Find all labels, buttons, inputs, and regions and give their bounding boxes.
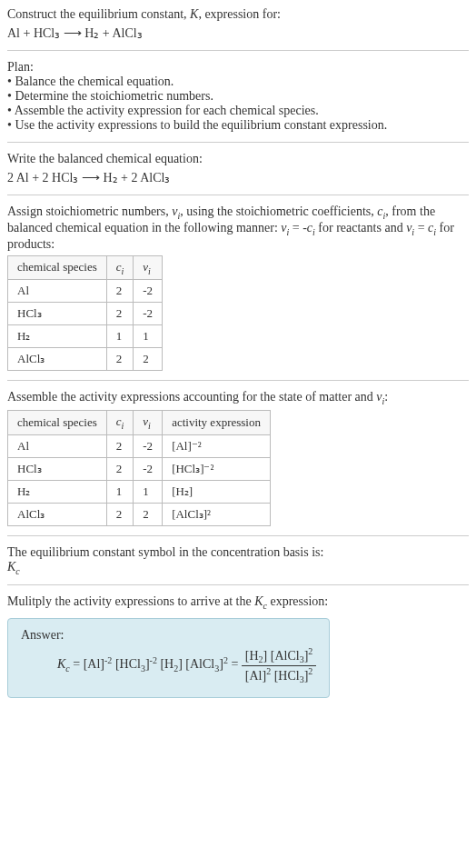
table-cell: 2 xyxy=(106,434,134,457)
table-header: chemical species xyxy=(8,410,107,434)
symbol-value: Kc xyxy=(7,560,469,576)
table-cell: AlCl₃ xyxy=(8,348,107,371)
balanced-equation: 2 Al + 2 HCl₃ ⟶ H₂ + 2 AlCl₃ xyxy=(7,170,469,185)
divider xyxy=(7,50,469,51)
table-cell: Al xyxy=(8,280,107,303)
table-cell: 1 xyxy=(106,480,134,503)
table-cell: 1 xyxy=(106,325,134,348)
table-header: νi xyxy=(134,410,163,434)
table-header-row: chemical species ci νi xyxy=(8,255,163,280)
divider xyxy=(7,195,469,195)
divider xyxy=(7,535,469,536)
table-row: HCl₃ 2 -2 [HCl₃]⁻² xyxy=(8,457,271,480)
plan-bullet-2: • Determine the stoichiometric numbers. xyxy=(7,89,469,104)
table-cell: 2 xyxy=(106,280,134,303)
balanced-header: Write the balanced chemical equation: xyxy=(7,152,469,166)
divider xyxy=(7,584,469,585)
plan-section: Plan: • Balance the chemical equation. •… xyxy=(7,60,469,133)
table-header: activity expression xyxy=(163,410,271,434)
table-row: Al 2 -2 xyxy=(8,280,163,303)
table-header-row: chemical species ci νi activity expressi… xyxy=(8,410,271,434)
table-row: HCl₃ 2 -2 xyxy=(8,303,163,325)
table-cell: 2 xyxy=(106,348,134,371)
intro-line1: Construct the equilibrium constant, K, e… xyxy=(7,7,469,22)
answer-expression: Kc = [Al]-2 [HCl3]-2 [H2] [AlCl3]2 = [H2… xyxy=(57,646,316,684)
plan-bullet-1: • Balance the chemical equation. xyxy=(7,75,469,89)
assign-text: Assign stoichiometric numbers, νi, using… xyxy=(7,205,469,252)
table-cell: AlCl₃ xyxy=(8,503,107,525)
intro-section: Construct the equilibrium constant, K, e… xyxy=(7,7,469,41)
table-cell: -2 xyxy=(134,457,163,480)
table-row: H₂ 1 1 xyxy=(8,325,163,348)
table-cell: -2 xyxy=(134,280,163,303)
divider xyxy=(7,142,469,143)
table-cell: -2 xyxy=(134,303,163,325)
table-header: νi xyxy=(134,255,163,280)
symbol-section: The equilibrium constant symbol in the c… xyxy=(7,545,469,576)
activity-table: chemical species ci νi activity expressi… xyxy=(7,410,271,526)
intro-equation: Al + HCl₃ ⟶ H₂ + AlCl₃ xyxy=(7,25,469,41)
fraction-numerator: [H2] [AlCl3]2 xyxy=(242,646,317,665)
table-cell: 1 xyxy=(134,480,163,503)
table-cell: -2 xyxy=(134,434,163,457)
table-row: H₂ 1 1 [H₂] xyxy=(8,480,271,503)
table-row: AlCl₃ 2 2 xyxy=(8,348,163,371)
balanced-section: Write the balanced chemical equation: 2 … xyxy=(7,152,469,185)
table-cell: [HCl₃]⁻² xyxy=(163,457,271,480)
table-cell: Al xyxy=(8,434,107,457)
symbol-text: The equilibrium constant symbol in the c… xyxy=(7,545,469,560)
table-row: Al 2 -2 [Al]⁻² xyxy=(8,434,271,457)
table-cell: 2 xyxy=(134,503,163,525)
table-cell: HCl₃ xyxy=(8,303,107,325)
answer-label: Answer: xyxy=(21,628,316,643)
assemble-section: Assemble the activity expressions accoun… xyxy=(7,390,469,525)
table-cell: HCl₃ xyxy=(8,457,107,480)
fraction-denominator: [Al]2 [HCl3]2 xyxy=(242,666,317,684)
divider xyxy=(7,380,469,381)
multiply-section: Mulitply the activity expressions to arr… xyxy=(7,594,469,611)
table-cell: [H₂] xyxy=(163,480,271,503)
table-cell: 2 xyxy=(106,457,134,480)
table-cell: H₂ xyxy=(8,480,107,503)
plan-bullet-4: • Use the activity expressions to build … xyxy=(7,118,469,133)
multiply-text: Mulitply the activity expressions to arr… xyxy=(7,594,469,611)
table-cell: H₂ xyxy=(8,325,107,348)
table-cell: [Al]⁻² xyxy=(163,434,271,457)
answer-box: Answer: Kc = [Al]-2 [HCl3]-2 [H2] [AlCl3… xyxy=(7,618,330,698)
plan-header: Plan: xyxy=(7,60,469,75)
stoichiometric-table: chemical species ci νi Al 2 -2 HCl₃ 2 -2… xyxy=(7,255,163,372)
table-header: chemical species xyxy=(8,255,107,280)
table-row: AlCl₃ 2 2 [AlCl₃]² xyxy=(8,503,271,525)
table-header: ci xyxy=(106,255,134,280)
table-header: ci xyxy=(106,410,134,434)
assign-section: Assign stoichiometric numbers, νi, using… xyxy=(7,205,469,371)
plan-bullet-3: • Assemble the activity expression for e… xyxy=(7,104,469,118)
table-cell: 2 xyxy=(106,303,134,325)
table-cell: [AlCl₃]² xyxy=(163,503,271,525)
table-cell: 1 xyxy=(134,325,163,348)
assemble-text: Assemble the activity expressions accoun… xyxy=(7,390,469,406)
table-cell: 2 xyxy=(106,503,134,525)
table-cell: 2 xyxy=(134,348,163,371)
